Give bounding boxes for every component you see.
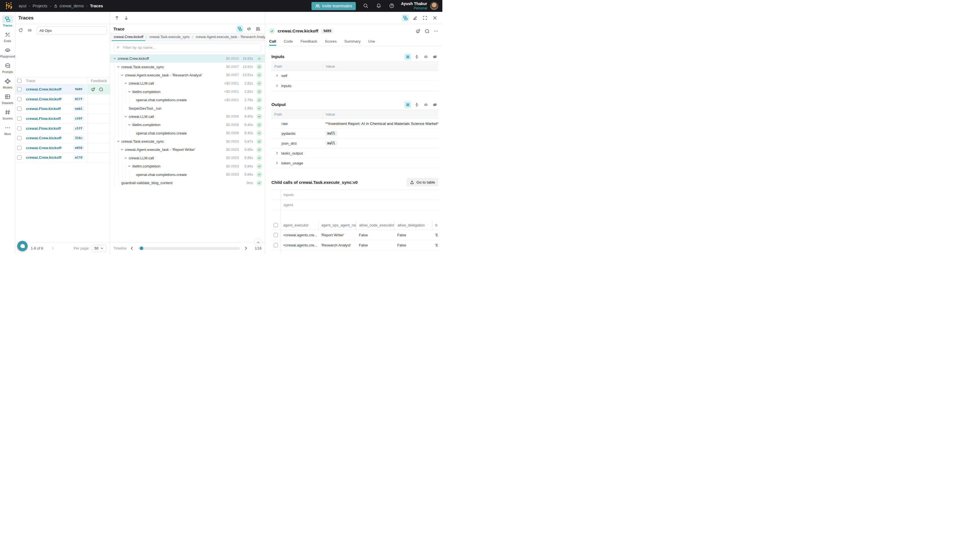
- expand-rows-icon[interactable]: [413, 101, 420, 108]
- tree-view-icon[interactable]: [236, 25, 244, 32]
- column-settings-icon[interactable]: [27, 28, 32, 33]
- span-tree-row[interactable]: crewai.Agent.execute_task - 'Research An…: [110, 71, 265, 79]
- add-reaction-icon[interactable]: [91, 87, 95, 92]
- child-call-row[interactable]: <crewai.agents.cre...'Report Writer'Fals…: [271, 230, 438, 240]
- edit-icon[interactable]: [412, 14, 419, 22]
- chevron-right-icon[interactable]: [275, 152, 279, 155]
- timeline-next-icon[interactable]: [244, 246, 248, 250]
- span-tree-row[interactable]: openai.chat.completions.create$0.00069.4…: [110, 129, 265, 137]
- trace-list-row[interactable]: crewai.Crew.kickoffa17d: [15, 153, 110, 163]
- detail-tab-feedback[interactable]: Feedback: [301, 38, 317, 46]
- call-id-badge[interactable]: 9d89: [321, 28, 334, 33]
- support-chat-button[interactable]: [17, 241, 28, 251]
- peek-tab[interactable]: crewai.Task.execute_sync: [147, 33, 192, 41]
- arrow-down-icon[interactable]: [124, 15, 129, 20]
- chevron-down-icon[interactable]: [124, 156, 127, 160]
- sidebar-item-scorers[interactable]: Scorers: [0, 108, 15, 120]
- trace-list-row[interactable]: crewai.Crew.kickoff657f: [15, 95, 110, 104]
- avatar[interactable]: [430, 2, 438, 10]
- breadcrumb-projects[interactable]: Projects: [32, 4, 47, 8]
- row-checkbox[interactable]: [17, 155, 22, 160]
- kv-row[interactable]: json_dictnull: [271, 138, 438, 148]
- sidebar-item-prompts[interactable]: Prompts: [0, 62, 15, 73]
- comment-icon[interactable]: [99, 87, 103, 92]
- kv-row[interactable]: pydanticnull: [271, 128, 438, 138]
- chevron-down-icon[interactable]: [124, 82, 127, 85]
- timeline-slider-handle[interactable]: [140, 247, 143, 250]
- chevron-down-icon[interactable]: [117, 65, 120, 69]
- ops-filter-dropdown[interactable]: All Ops: [37, 27, 107, 34]
- timeline-prev-icon[interactable]: [130, 246, 134, 250]
- span-tree-row[interactable]: openai.chat.completions.create<$0.00012.…: [110, 96, 265, 104]
- search-icon[interactable]: [363, 3, 369, 9]
- span-tree-row[interactable]: crewai.Agent.execute_task - 'Report Writ…: [110, 145, 265, 154]
- sidebar-item-playground[interactable]: Playground: [0, 46, 15, 58]
- code-view-icon[interactable]: [422, 101, 429, 108]
- kv-row[interactable]: self: [271, 71, 438, 81]
- span-tree-row[interactable]: guardrail-validate_blog_content0ms: [110, 179, 265, 187]
- invite-teammates-button[interactable]: Invite teammates: [311, 2, 356, 10]
- row-checkbox[interactable]: [274, 233, 278, 237]
- span-tree-row[interactable]: crewai.LLM.call<$0.00012.82s: [110, 79, 265, 87]
- code-view-icon[interactable]: [245, 25, 252, 32]
- more-menu-icon[interactable]: [434, 29, 438, 33]
- arrow-up-icon[interactable]: [115, 15, 119, 20]
- tree-view-icon[interactable]: [402, 14, 409, 22]
- chevron-right-icon[interactable]: [275, 74, 279, 78]
- span-tree-row[interactable]: crewai.Task.execute_sync$0.00035.87s: [110, 137, 265, 145]
- per-page-select[interactable]: 50: [92, 245, 106, 252]
- breadcrumb-project[interactable]: crewai_demo: [53, 4, 84, 8]
- detail-tab-call[interactable]: Call: [269, 38, 276, 46]
- trace-list-row[interactable]: crewai.Crew.kickoff316c: [15, 133, 110, 143]
- expand-rows-icon[interactable]: [413, 53, 420, 60]
- row-checkbox[interactable]: [274, 243, 278, 247]
- span-tree-row[interactable]: crewai.LLM.call$0.00069.40s: [110, 113, 265, 121]
- flame-view-icon[interactable]: [254, 25, 262, 32]
- sidebar-item-models[interactable]: Models: [0, 77, 15, 89]
- detail-tab-code[interactable]: Code: [284, 38, 293, 46]
- sidebar-item-datasets[interactable]: Datasets: [0, 93, 15, 105]
- chevron-down-icon[interactable]: [117, 140, 120, 143]
- sidebar-item-more[interactable]: More: [0, 124, 15, 136]
- row-checkbox[interactable]: [17, 87, 22, 92]
- select-all-checkbox[interactable]: [274, 223, 278, 227]
- close-icon[interactable]: [431, 14, 438, 22]
- chevron-right-icon[interactable]: [275, 84, 279, 88]
- row-checkbox[interactable]: [17, 146, 22, 150]
- list-view-icon[interactable]: [404, 101, 411, 108]
- detail-tab-use[interactable]: Use: [368, 38, 375, 46]
- row-checkbox[interactable]: [17, 136, 22, 140]
- notifications-bell-icon[interactable]: [376, 3, 382, 9]
- refresh-icon[interactable]: [18, 28, 23, 33]
- wandb-logo-icon[interactable]: [5, 2, 12, 10]
- hide-values-icon[interactable]: [431, 53, 438, 60]
- child-call-row[interactable]: <crewai.agents.cre...'Research Analyst'F…: [271, 240, 438, 250]
- trace-name-link[interactable]: crewai.Crew.kickoff: [26, 136, 62, 140]
- kv-row[interactable]: token_usage: [271, 158, 438, 168]
- row-checkbox[interactable]: [17, 97, 22, 101]
- chevron-down-icon[interactable]: [124, 115, 127, 118]
- span-tree-row[interactable]: SerperDevTool._run1.66s: [110, 104, 265, 112]
- collapse-timeline-button[interactable]: [254, 238, 263, 247]
- row-checkbox[interactable]: [17, 107, 22, 111]
- chevron-down-icon[interactable]: [127, 164, 131, 168]
- trace-list-row[interactable]: crewai.Flow.kickoffc5ff: [15, 123, 110, 133]
- kv-row[interactable]: tasks_output: [271, 148, 438, 158]
- fullscreen-icon[interactable]: [421, 14, 429, 22]
- span-tree-row[interactable]: crewai.LLM.call$0.00035.85s: [110, 154, 265, 162]
- trace-name-link[interactable]: crewai.Crew.kickoff: [26, 146, 62, 150]
- trace-list-row[interactable]: crewai.Crew.kickoffe058: [15, 143, 110, 153]
- breadcrumb-entity[interactable]: ayut: [18, 4, 26, 8]
- detail-tab-scores[interactable]: Scores: [325, 38, 337, 46]
- detail-tab-summary[interactable]: Summary: [344, 38, 361, 46]
- help-icon[interactable]: [389, 3, 395, 9]
- sidebar-item-evals[interactable]: Evals: [0, 31, 15, 43]
- trace-list-row[interactable]: crewai.Crew.kickoff9d89: [15, 85, 110, 95]
- hide-values-icon[interactable]: [431, 101, 438, 108]
- peek-tab[interactable]: crewai.Agent.execute_task - 'Research An…: [194, 33, 265, 41]
- chevron-right-icon[interactable]: [275, 161, 279, 165]
- span-tree-row[interactable]: crewai.Task.execute_sync$0.000713.92s: [110, 63, 265, 71]
- chevron-down-icon[interactable]: [127, 123, 131, 127]
- span-tree-row[interactable]: openai.chat.completions.create$0.00035.8…: [110, 170, 265, 178]
- chevron-down-icon[interactable]: [120, 148, 124, 152]
